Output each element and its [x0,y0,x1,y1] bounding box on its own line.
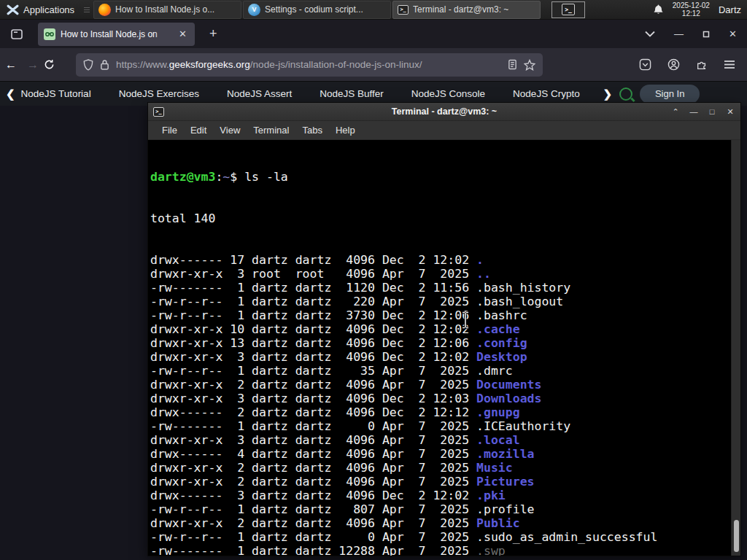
terminal-ls-row: drwxr-xr-x 3 dartz dartz 4096 Apr 7 2025… [150,433,731,447]
terminal-ls-row: drwxr-xr-x 13 dartz dartz 4096 Dec 2 12:… [150,336,731,350]
terminal-ls-row: drwxr-xr-x 2 dartz dartz 4096 Apr 7 2025… [150,516,731,530]
site-nav-link[interactable]: NodeJS Crypto [513,88,580,99]
terminal-ls-row: -rw-r--r-- 1 dartz dartz 35 Apr 7 2025 .… [150,364,731,378]
file-name: .pki [476,489,506,502]
browser-toolbar: ← → https://www.geeksforgeeks.org/node-j… [0,48,747,82]
terminal-maximize-button[interactable]: □ [707,107,717,117]
browser-tab-active[interactable]: How to Install Node.js on ✕ [38,23,195,46]
window-minimize-button[interactable]: — [674,28,684,39]
firefox-icon [98,4,111,16]
file-name: .. [476,267,491,281]
reload-icon[interactable] [44,59,66,70]
panel-username[interactable]: Dartz [719,4,741,15]
terminal-ls-row: -rw-r--r-- 1 dartz dartz 3730 Dec 2 12:0… [150,308,731,322]
prompt-command: ls -la [244,170,288,184]
terminal-ls-row: drwxr-xr-x 2 dartz dartz 4096 Apr 7 2025… [150,378,731,392]
terminal-shade-button[interactable]: ⌃ [670,107,681,117]
menu-help[interactable]: Help [329,125,362,136]
scrollbar-thumb[interactable] [734,520,739,552]
desktop: Applications How to Install Node.js o...… [0,0,747,560]
clock-date: 2025-12-02 [673,1,710,9]
panel-clock[interactable]: 2025-12-02 12:12 [673,1,710,18]
account-icon[interactable] [667,58,680,71]
top-panel: Applications How to Install Node.js o...… [0,0,747,20]
xfce-logo-icon [7,4,19,16]
firefox-view-icon[interactable] [7,25,26,44]
file-name: Documents [476,378,541,392]
extensions-icon[interactable] [696,59,708,71]
panel-separator [84,7,90,12]
menu-view[interactable]: View [213,125,247,136]
window-close-button[interactable]: ✕ [729,28,737,39]
menu-tabs[interactable]: Tabs [295,125,328,136]
terminal-prompt-line: dartz@vm3:~$ ls -la [150,170,731,184]
file-name: Music [476,461,513,475]
terminal-ls-row: drwxr-xr-x 3 dartz dartz 4096 Dec 2 12:0… [150,392,731,405]
terminal-ls-row: drwxr-xr-x 3 root root 4096 Apr 7 2025 .… [150,267,731,281]
terminal-close-button[interactable]: ✕ [725,107,735,117]
reader-mode-icon[interactable] [508,59,517,70]
file-name: .dmrc [476,364,513,378]
search-icon[interactable] [619,88,632,101]
file-name: .swp [476,544,506,556]
pocket-save-icon[interactable] [639,58,651,71]
terminal-ls-row: -rw-r--r-- 1 dartz dartz 0 Apr 7 2025 .s… [150,530,731,544]
new-tab-button[interactable]: + [205,26,222,42]
taskbar-item-codium[interactable]: V Settings - codium script... [243,1,391,19]
site-nav-link[interactable]: NodeJS Buffer [320,88,384,99]
url-bar[interactable]: https://www.geeksforgeeks.org/node-js/in… [76,53,543,77]
window-maximize-button[interactable] [703,31,710,38]
nav-scroll-left-icon[interactable]: ❮ [0,88,21,101]
sign-in-button[interactable]: Sign In [640,85,700,104]
terminal-scrollbar[interactable] [731,140,740,556]
terminal-ls-row: drwx------ 2 dartz dartz 4096 Dec 2 12:1… [150,405,731,419]
nav-scroll-right-icon[interactable]: ❯ [597,88,619,101]
terminal-minimize-button[interactable]: — [689,107,699,117]
file-name: Downloads [476,392,541,405]
clock-time: 12:12 [673,9,710,18]
prompt-path: ~ [222,170,230,184]
terminal-ls-row: -rw------- 1 dartz dartz 12288 Apr 7 202… [150,544,731,556]
terminal-icon: >_ [398,5,409,15]
file-name: .ICEauthority [476,419,570,433]
taskbar-item-firefox[interactable]: How to Install Node.js o... [93,1,241,19]
terminal-ls-row: -rw------- 1 dartz dartz 1120 Dec 2 11:5… [150,281,731,295]
forward-icon[interactable]: → [22,58,44,71]
notification-bell-icon[interactable] [653,4,664,15]
prompt-dollar: $ [230,170,244,184]
tab-close-icon[interactable]: ✕ [177,28,189,40]
back-icon[interactable]: ← [0,58,22,71]
site-nav-link[interactable]: NodeJS Tutorial [21,88,91,99]
bookmark-star-icon[interactable] [524,59,535,71]
taskbar-item-title: Settings - codium script... [265,4,363,15]
list-all-tabs-icon[interactable] [645,31,655,37]
file-name: .mozilla [476,447,534,461]
taskbar-item-title: How to Install Node.js o... [115,4,214,15]
terminal-title-bar[interactable]: >_ Terminal - dartz@vm3: ~ ⌃ — □ ✕ [148,103,740,121]
url-path: /node-js/installation-of-node-js-on-linu… [250,59,422,70]
terminal-ls-row: drwx------ 17 dartz dartz 4096 Dec 2 12:… [150,253,731,267]
terminal-ls-row: drwxr-xr-x 2 dartz dartz 4096 Apr 7 2025… [150,475,731,489]
site-nav-link[interactable]: NodeJS Exercises [119,88,199,99]
taskbar-item-terminal[interactable]: >_ Terminal - dartz@vm3: ~ [392,1,541,19]
site-nav-link[interactable]: NodeJS Console [411,88,485,99]
terminal-output: dartz@vm3:~$ ls -la total 140 drwx------… [148,140,731,556]
file-name: .profile [476,502,534,516]
file-name: Pictures [476,475,534,489]
terminal-total-line: total 140 [150,211,731,225]
terminal-ls-row: -rw-r--r-- 1 dartz dartz 220 Apr 7 2025 … [150,295,731,308]
menu-file[interactable]: File [155,125,184,136]
terminal-ls-row: -rw------- 1 dartz dartz 0 Apr 7 2025 .I… [150,419,731,433]
workspace-switcher[interactable]: >_ [551,1,585,18]
lock-icon[interactable] [100,59,109,70]
menu-edit[interactable]: Edit [184,125,213,136]
tab-title: How to Install Node.js on [61,29,171,39]
shield-icon[interactable] [83,59,93,71]
applications-menu-button[interactable]: Applications [0,0,81,20]
terminal-body[interactable]: dartz@vm3:~$ ls -la total 140 drwx------… [148,140,740,556]
menu-terminal[interactable]: Terminal [247,125,295,136]
hamburger-menu-icon[interactable] [724,60,735,69]
site-nav-link[interactable]: NodeJS Assert [227,88,292,99]
geeksforgeeks-favicon [44,28,55,40]
file-name: . [476,253,484,267]
